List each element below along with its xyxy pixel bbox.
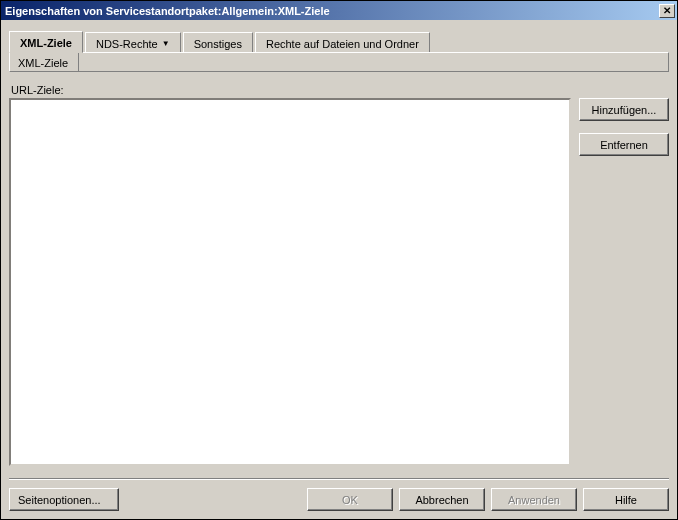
tab-strip: XML-Ziele NDS-Rechte ▼ Sonstiges Rechte … (9, 30, 669, 52)
page-options-button[interactable]: Seitenoptionen... (9, 488, 119, 511)
tab-sonstiges[interactable]: Sonstiges (183, 32, 253, 52)
url-targets-listbox[interactable] (9, 98, 571, 466)
subtab-label: XML-Ziele (18, 57, 68, 69)
add-button[interactable]: Hinzufügen... (579, 98, 669, 121)
tab-label: Rechte auf Dateien und Ordner (266, 38, 419, 50)
titlebar: Eigenschaften von Servicestandortpaket:A… (1, 1, 677, 20)
apply-button[interactable]: Anwenden (491, 488, 577, 511)
dialog-window: Eigenschaften von Servicestandortpaket:A… (0, 0, 678, 520)
chevron-down-icon: ▼ (162, 39, 170, 48)
list-column: URL-Ziele: (9, 84, 571, 466)
tab-xml-ziele[interactable]: XML-Ziele (9, 31, 83, 53)
side-button-column: Hinzufügen... Entfernen (579, 84, 669, 466)
tab-nds-rechte[interactable]: NDS-Rechte ▼ (85, 32, 181, 52)
tab-rechte-dateien-ordner[interactable]: Rechte auf Dateien und Ordner (255, 32, 430, 52)
body-row: URL-Ziele: Hinzufügen... Entfernen (9, 84, 669, 466)
help-button[interactable]: Hilfe (583, 488, 669, 511)
subtab-xml-ziele[interactable]: XML-Ziele (10, 53, 79, 71)
footer: Seitenoptionen... OK Abbrechen Anwenden … (9, 488, 669, 511)
ok-button[interactable]: OK (307, 488, 393, 511)
remove-button[interactable]: Entfernen (579, 133, 669, 156)
tab-label: NDS-Rechte (96, 38, 158, 50)
tab-label: XML-Ziele (20, 37, 72, 49)
client-area: XML-Ziele NDS-Rechte ▼ Sonstiges Rechte … (1, 20, 677, 519)
tab-label: Sonstiges (194, 38, 242, 50)
close-icon: ✕ (663, 6, 671, 16)
url-targets-label: URL-Ziele: (11, 84, 571, 96)
content-area: URL-Ziele: Hinzufügen... Entfernen Seite… (9, 84, 669, 511)
footer-separator (9, 478, 669, 480)
window-title: Eigenschaften von Servicestandortpaket:A… (5, 5, 659, 17)
cancel-button[interactable]: Abbrechen (399, 488, 485, 511)
sub-tab-strip: XML-Ziele (9, 52, 669, 72)
close-button[interactable]: ✕ (659, 4, 675, 18)
